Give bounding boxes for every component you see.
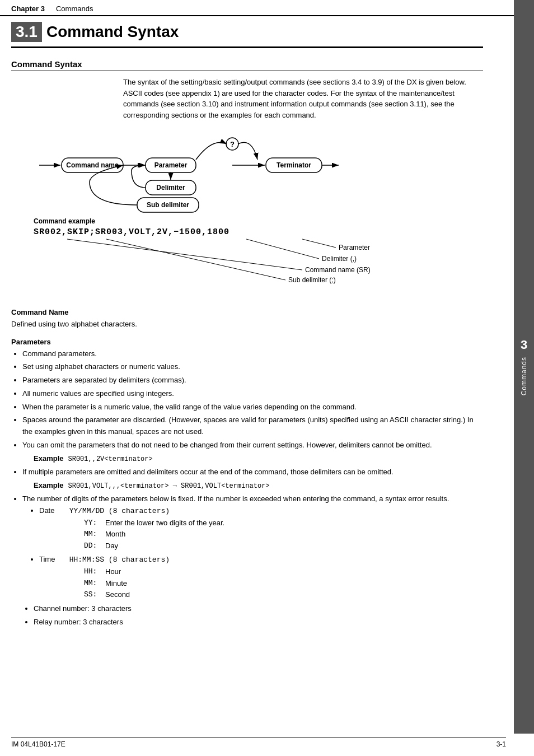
bullet-3: All numeric values are specified using i… <box>22 388 483 400</box>
date-mm-desc: Month <box>105 529 125 540</box>
time-sub-items: HH: Hour MM: Minute SS: Second <box>84 566 483 601</box>
example2-code: SR001,VOLT,,,<terminator> → SR001,VOLT<t… <box>68 481 269 492</box>
date-yy-desc: Enter the lower two digits of the year. <box>105 517 224 529</box>
time-label: Time <box>39 554 67 566</box>
date-dd-code: DD: <box>84 540 101 552</box>
example1-label: Example <box>34 453 63 465</box>
example1-code: SR001,,2V<terminator> <box>68 454 152 465</box>
sidebar-number: 3 <box>521 338 527 352</box>
time-mm-desc: Minute <box>105 578 127 590</box>
bullet-7: If multiple parameters are omitted and d… <box>22 466 483 492</box>
date-mm-code: MM: <box>84 529 101 540</box>
chapter-title-top: Commands <box>56 4 93 13</box>
time-hh-desc: Hour <box>105 566 121 578</box>
svg-line-19 <box>246 239 319 259</box>
bullet-5: Spaces around the parameter are discarde… <box>22 414 483 438</box>
date-time-list: Date YY/MM/DD (8 characters) YY: Enter t… <box>39 505 483 601</box>
example-line-2: Example SR001,VOLT,,,<terminator> → SR00… <box>34 480 483 492</box>
example-line-1: Example SR001,,2V<terminator> <box>34 453 483 465</box>
time-ss-code: SS: <box>84 589 101 601</box>
page-footer: IM 04L41B01-17E 3-1 <box>11 738 506 748</box>
time-format: HH:MM:SS (8 characters) <box>69 556 170 564</box>
date-item: Date YY/MM/DD (8 characters) YY: Enter t… <box>39 505 483 552</box>
annotation-delimiter: Delimiter (,) <box>322 255 357 263</box>
command-name-heading: Command Name <box>11 308 483 316</box>
footer-left: IM 04L41B01-17E <box>11 740 65 748</box>
date-mm: MM: Month <box>84 529 483 540</box>
date-label: Date <box>39 505 67 517</box>
bullet-2: Parameters are separated by delimiters (… <box>22 375 483 386</box>
time-mm: MM: Minute <box>84 578 483 590</box>
footer-right: 3-1 <box>496 740 506 748</box>
section-heading-row: 3.1 Command Syntax <box>11 22 483 48</box>
bullet-4: When the parameter is a numeric value, t… <box>22 402 483 413</box>
intro-label-col <box>11 77 123 120</box>
time-ss: SS: Second <box>84 589 483 601</box>
date-sub-items: YY: Enter the lower two digits of the ye… <box>84 517 483 552</box>
section-number-box: 3.1 <box>11 22 42 42</box>
annotation-parameter: Parameter <box>339 244 370 251</box>
bullet-1: Set using alphabet characters or numeric… <box>22 361 483 373</box>
date-yy: YY: Enter the lower two digits of the ye… <box>84 517 483 529</box>
diagram-area: ? Command name Parameter <box>34 132 483 206</box>
svg-text:Delimiter: Delimiter <box>156 184 185 192</box>
chapter-label: Chapter 3 <box>11 4 45 13</box>
subsection-heading: Command Syntax <box>11 59 483 71</box>
date-format: YY/MM/DD (8 characters) <box>69 507 170 515</box>
section-number: 3.1 <box>16 23 38 40</box>
command-name-text: Defined using two alphabet characters. <box>11 319 483 330</box>
bullet-8: The number of digits of the parameters b… <box>22 493 483 628</box>
section-title: Command Syntax <box>46 23 179 41</box>
right-sidebar: 3 Commands <box>514 0 534 734</box>
svg-line-18 <box>302 239 336 248</box>
cmd-example-label: Command example <box>34 217 483 225</box>
date-dd: DD: Day <box>84 540 483 552</box>
parameters-list: Command parameters. Set using alphabet c… <box>22 348 483 628</box>
page-container: Chapter 3 Commands 3 Commands 3.1 Comman… <box>0 0 534 756</box>
cmd-example-area: SR002,SKIP;SR003,VOLT,2V,−1500,1800 Para… <box>34 227 483 297</box>
sidebar-text: Commands <box>520 357 528 395</box>
top-header: Chapter 3 Commands <box>0 0 534 16</box>
svg-text:Sub delimiter: Sub delimiter <box>147 201 189 209</box>
relay-item: Relay number: 3 characters <box>34 617 483 628</box>
intro-row: The syntax of the setting/basic setting/… <box>11 77 483 120</box>
flow-diagram: ? Command name Parameter <box>34 132 369 204</box>
bullet-6: You can omit the parameters that do not … <box>22 440 483 465</box>
svg-text:Terminator: Terminator <box>277 161 311 169</box>
svg-line-20 <box>67 239 302 270</box>
time-hh: HH: Hour <box>84 566 483 578</box>
svg-line-21 <box>106 239 285 280</box>
annotation-cmd-name: Command name (SR) <box>305 266 371 274</box>
date-dd-desc: Day <box>105 540 118 552</box>
bullet-0: Command parameters. <box>22 348 483 360</box>
cmd-example-code: SR002,SKIP;SR003,VOLT,2V,−1500,1800 <box>34 227 483 237</box>
main-content: 3.1 Command Syntax Command Syntax The sy… <box>0 16 514 641</box>
annotation-sub-delim: Sub delimiter (;) <box>288 276 336 284</box>
svg-text:Parameter: Parameter <box>154 161 188 169</box>
svg-text:?: ? <box>230 140 235 148</box>
cmd-example-annotations: Parameter Delimiter (,) Command name (SR… <box>34 239 347 295</box>
time-hh-code: HH: <box>84 566 101 578</box>
char-count-list: Channel number: 3 characters Relay numbe… <box>34 603 483 628</box>
time-item: Time HH:MM:SS (8 characters) HH: Hour MM… <box>39 554 483 601</box>
time-ss-desc: Second <box>105 589 130 601</box>
intro-text: The syntax of the setting/basic setting/… <box>123 77 483 120</box>
example2-label: Example <box>34 480 63 492</box>
parameters-heading: Parameters <box>11 338 483 346</box>
channel-item: Channel number: 3 characters <box>34 603 483 615</box>
date-yy-code: YY: <box>84 517 101 529</box>
time-mm-code: MM: <box>84 578 101 590</box>
